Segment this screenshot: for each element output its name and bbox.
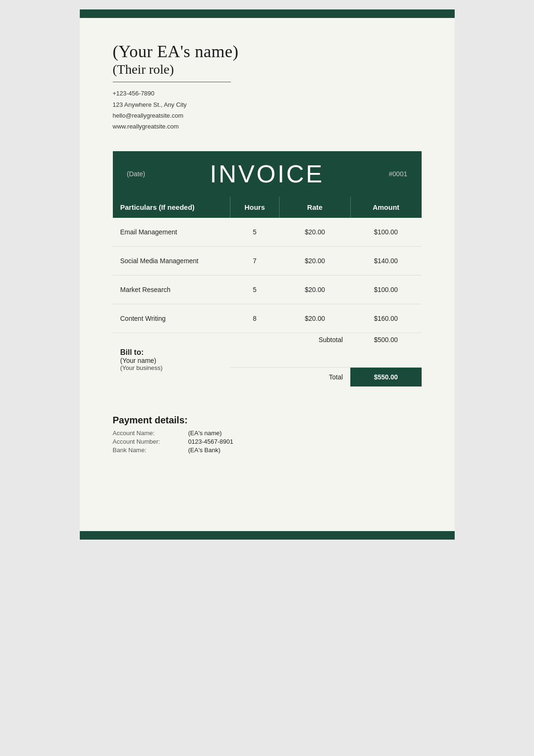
table-header-row: Particulars (If needed) Hours Rate Amoun…	[113, 197, 422, 218]
table-row: Email Management 5 $20.00 $100.00	[113, 218, 422, 247]
company-name: (Your EA's name)	[113, 42, 422, 62]
table-row: Content Writing 8 $20.00 $160.00	[113, 304, 422, 333]
row3-particulars: Market Research	[113, 275, 230, 304]
row1-rate: $20.00	[280, 218, 350, 247]
payment-details-grid: Account Name: (EA's name) Account Number…	[113, 430, 422, 454]
row2-hours: 7	[230, 246, 280, 275]
bill-to-business: (Your business)	[120, 364, 223, 371]
total-value: $550.00	[350, 367, 421, 387]
bottom-bar	[80, 531, 455, 540]
bank-name-label: Bank Name:	[113, 447, 188, 454]
row3-hours: 5	[230, 275, 280, 304]
total-label: Total	[280, 367, 350, 387]
col-rate: Rate	[280, 197, 350, 218]
row3-rate: $20.00	[280, 275, 350, 304]
address: 123 Anywhere St., Any City	[113, 99, 422, 110]
bill-to-cell: Bill to: (Your name) (Your business)	[113, 333, 230, 387]
invoice-number: #0001	[389, 170, 407, 178]
top-bar	[80, 9, 455, 18]
contact-info: +123-456-7890 123 Anywhere St., Any City…	[113, 88, 422, 132]
bill-to-name: (Your name)	[120, 357, 223, 364]
invoice-header: (Date) INVOICE #0001	[113, 151, 422, 197]
invoice-page: (Your EA's name) (Their role) +123-456-7…	[80, 9, 455, 540]
email: hello@reallygreatsite.com	[113, 110, 422, 121]
header-divider	[113, 82, 231, 82]
row2-particulars: Social Media Management	[113, 246, 230, 275]
row1-amount: $100.00	[350, 218, 421, 247]
row4-amount: $160.00	[350, 304, 421, 333]
account-name-value: (EA's name)	[188, 430, 422, 437]
account-name-label: Account Name:	[113, 430, 188, 437]
subtotal-label: Subtotal	[280, 333, 350, 346]
invoice-table: Particulars (If needed) Hours Rate Amoun…	[113, 197, 422, 387]
col-hours: Hours	[230, 197, 280, 218]
invoice-title: INVOICE	[210, 160, 324, 188]
bank-name-value: (EA's Bank)	[188, 447, 422, 454]
row3-amount: $100.00	[350, 275, 421, 304]
payment-section: Payment details: Account Name: (EA's nam…	[113, 410, 422, 454]
table-row: Social Media Management 7 $20.00 $140.00	[113, 246, 422, 275]
row1-particulars: Email Management	[113, 218, 230, 247]
row1-hours: 5	[230, 218, 280, 247]
subtotal-value: $500.00	[350, 333, 421, 346]
row4-rate: $20.00	[280, 304, 350, 333]
account-number-value: 0123-4567-8901	[188, 438, 422, 445]
table-row: Market Research 5 $20.00 $100.00	[113, 275, 422, 304]
row4-particulars: Content Writing	[113, 304, 230, 333]
bill-to-label: Bill to:	[120, 348, 223, 357]
payment-title: Payment details:	[113, 415, 422, 426]
bill-subtotal-row: Bill to: (Your name) (Your business) Sub…	[113, 333, 422, 346]
row2-rate: $20.00	[280, 246, 350, 275]
phone: +123-456-7890	[113, 88, 422, 99]
row2-amount: $140.00	[350, 246, 421, 275]
col-amount: Amount	[350, 197, 421, 218]
account-number-label: Account Number:	[113, 438, 188, 445]
col-particulars: Particulars (If needed)	[113, 197, 230, 218]
header-section: (Your EA's name) (Their role) +123-456-7…	[113, 42, 422, 132]
invoice-date: (Date)	[127, 170, 145, 178]
row4-hours: 8	[230, 304, 280, 333]
company-role: (Their role)	[113, 62, 422, 77]
website: www.reallygreatsite.com	[113, 121, 422, 132]
